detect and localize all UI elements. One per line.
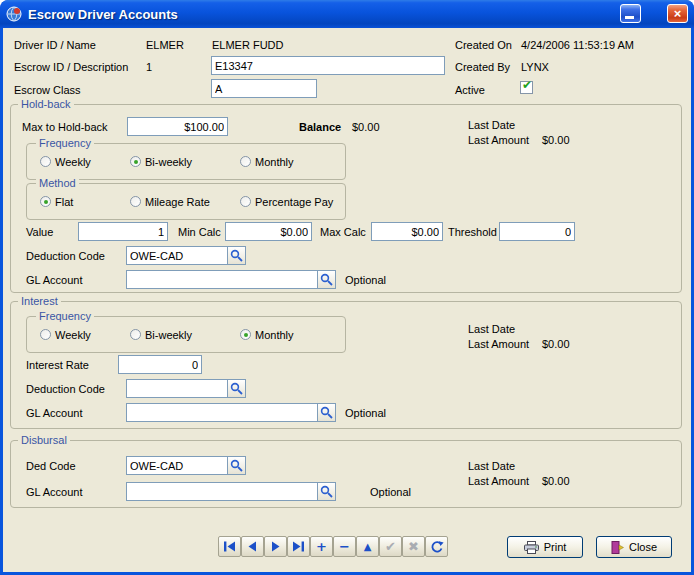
nav-insert-button[interactable]: + xyxy=(310,536,333,557)
holdback-last-date-label: Last Date xyxy=(468,119,515,131)
window-title: Escrow Driver Accounts xyxy=(28,7,178,22)
interest-rate-input[interactable] xyxy=(118,355,202,374)
method-flat-radio[interactable] xyxy=(40,196,51,207)
disbursal-optional-label: Optional xyxy=(370,486,411,498)
holdback-deduction-code-input[interactable] xyxy=(126,246,228,265)
magnifier-icon xyxy=(320,406,333,419)
edit-triangle-icon: ▲ xyxy=(364,542,372,552)
holdback-frequency-biweekly-radio[interactable] xyxy=(130,156,141,167)
disbursal-gl-account-input[interactable] xyxy=(126,482,318,501)
created-by-label: Created By xyxy=(455,61,510,73)
nav-first-button[interactable] xyxy=(218,536,241,557)
interest-group-title: Interest xyxy=(18,295,61,307)
interest-deduction-code-lookup-button[interactable] xyxy=(227,379,246,398)
ded-code-input[interactable] xyxy=(126,456,228,475)
ded-code-lookup-button[interactable] xyxy=(227,456,246,475)
method-flat-label: Flat xyxy=(55,196,73,208)
holdback-gl-account-input[interactable] xyxy=(126,270,318,289)
interest-gl-account-label: GL Account xyxy=(26,407,82,419)
magnifier-icon xyxy=(320,485,333,498)
escrow-class-input[interactable] xyxy=(211,79,317,98)
method-percentage-pay-radio[interactable] xyxy=(240,196,251,207)
active-checkbox[interactable]: ✔ xyxy=(520,81,533,94)
holdback-frequency-biweekly-label: Bi-weekly xyxy=(145,156,192,168)
nav-post-button[interactable]: ✔ xyxy=(379,536,402,557)
holdback-gl-account-lookup-button[interactable] xyxy=(317,270,336,289)
title-bar: Escrow Driver Accounts × xyxy=(0,0,694,28)
interest-deduction-code-label: Deduction Code xyxy=(26,383,105,395)
close-button-label: Close xyxy=(629,541,657,553)
close-window-button[interactable]: × xyxy=(667,4,688,23)
interest-last-date-label: Last Date xyxy=(468,323,515,335)
interest-gl-account-lookup-button[interactable] xyxy=(317,403,336,422)
max-calc-input[interactable] xyxy=(371,222,443,241)
nav-delete-button[interactable]: − xyxy=(333,536,356,557)
threshold-label: Threshold xyxy=(448,226,497,238)
escrow-class-label: Escrow Class xyxy=(14,84,81,96)
interest-frequency-weekly-radio[interactable] xyxy=(40,329,51,340)
interest-rate-label: Interest Rate xyxy=(26,359,89,371)
nav-prior-button[interactable] xyxy=(241,536,264,557)
interest-frequency-biweekly-label: Bi-weekly xyxy=(145,329,192,341)
max-to-holdback-input[interactable] xyxy=(127,117,228,136)
driver-id-name-label: Driver ID / Name xyxy=(14,39,96,51)
holdback-frequency-weekly-label: Weekly xyxy=(55,156,91,168)
disbursal-gl-account-lookup-button[interactable] xyxy=(317,482,336,501)
exit-door-icon xyxy=(611,541,624,554)
method-percentage-pay-label: Percentage Pay xyxy=(255,196,333,208)
active-label: Active xyxy=(455,84,485,96)
interest-gl-account-input[interactable] xyxy=(126,403,318,422)
holdback-frequency-monthly-radio[interactable] xyxy=(240,156,251,167)
holdback-deduction-code-label: Deduction Code xyxy=(26,250,105,262)
holdback-deduction-code-lookup-button[interactable] xyxy=(227,246,246,265)
print-button-label: Print xyxy=(544,541,567,553)
interest-frequency-biweekly-radio[interactable] xyxy=(130,329,141,340)
nav-refresh-button[interactable] xyxy=(425,536,448,557)
magnifier-icon xyxy=(230,459,243,472)
minimize-button[interactable] xyxy=(620,4,641,23)
balance-label: Balance xyxy=(299,121,341,133)
value-input[interactable] xyxy=(78,222,168,241)
holdback-method-title: Method xyxy=(36,177,79,189)
interest-frequency-title: Frequency xyxy=(36,310,94,322)
threshold-input[interactable] xyxy=(499,222,575,241)
interest-optional-label: Optional xyxy=(345,407,386,419)
disbursal-last-date-label: Last Date xyxy=(468,460,515,472)
holdback-frequency-weekly-radio[interactable] xyxy=(40,156,51,167)
escrow-description-input[interactable] xyxy=(211,56,445,75)
close-icon: × xyxy=(674,6,682,21)
magnifier-icon xyxy=(230,249,243,262)
check-icon: ✔ xyxy=(522,78,532,92)
holdback-last-amount-value: $0.00 xyxy=(542,134,570,146)
value-label: Value xyxy=(26,226,53,238)
nav-cancel-button[interactable]: ✖ xyxy=(402,536,425,557)
nav-next-button[interactable] xyxy=(264,536,287,557)
method-mileage-rate-radio[interactable] xyxy=(130,196,141,207)
driver-name-value: ELMER FUDD xyxy=(212,39,284,51)
last-record-icon xyxy=(292,541,305,552)
disbursal-group xyxy=(10,440,682,508)
holdback-gl-account-label: GL Account xyxy=(26,274,82,286)
holdback-group-title: Hold-back xyxy=(18,98,74,110)
balance-value: $0.00 xyxy=(352,121,380,133)
disbursal-last-amount-value: $0.00 xyxy=(542,475,570,487)
minus-icon: − xyxy=(339,540,350,553)
disbursal-last-amount-label: Last Amount xyxy=(468,475,529,487)
interest-last-amount-label: Last Amount xyxy=(468,338,529,350)
escrow-driver-accounts-window: Escrow Driver Accounts × Driver ID / Nam… xyxy=(0,0,694,575)
interest-frequency-monthly-radio[interactable] xyxy=(240,329,251,340)
nav-last-button[interactable] xyxy=(287,536,310,557)
interest-deduction-code-input[interactable] xyxy=(126,379,228,398)
interest-frequency-monthly-label: Monthly xyxy=(255,329,294,341)
created-on-value: 4/24/2006 11:53:19 AM xyxy=(521,39,634,51)
close-button[interactable]: Close xyxy=(596,536,672,558)
holdback-frequency-monthly-label: Monthly xyxy=(255,156,294,168)
disbursal-gl-account-label: GL Account xyxy=(26,486,82,498)
nav-edit-button[interactable]: ▲ xyxy=(356,536,379,557)
plus-icon: + xyxy=(316,540,327,553)
minimize-icon xyxy=(625,16,634,19)
interest-last-amount-value: $0.00 xyxy=(542,338,570,350)
print-button[interactable]: Print xyxy=(507,536,583,558)
min-calc-input[interactable] xyxy=(225,222,312,241)
max-to-holdback-label: Max to Hold-back xyxy=(22,121,108,133)
